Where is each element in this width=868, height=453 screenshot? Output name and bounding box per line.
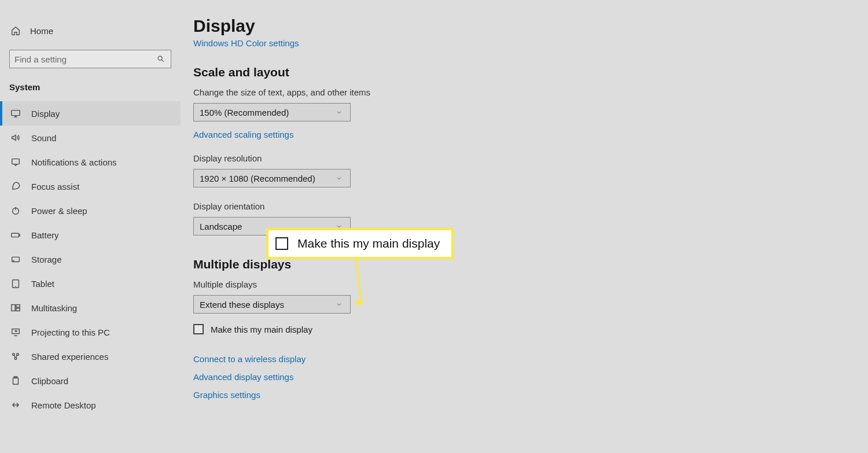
sidebar-item-clipboard[interactable]: Clipboard xyxy=(0,369,181,393)
main-display-checkbox-row[interactable]: Make this my main display xyxy=(193,324,868,334)
sidebar-item-label: Remote Desktop xyxy=(31,400,96,410)
sidebar-item-label: Power & sleep xyxy=(31,206,87,216)
scale-label: Change the size of text, apps, and other… xyxy=(193,87,868,97)
sidebar-item-display[interactable]: Display xyxy=(0,101,181,126)
storage-icon xyxy=(10,254,21,264)
svg-rect-1 xyxy=(12,111,20,116)
sound-icon xyxy=(10,132,21,143)
multitasking-icon xyxy=(10,303,21,313)
remote-icon xyxy=(10,400,21,410)
resolution-dropdown[interactable]: 1920 × 1080 (Recommended) xyxy=(193,169,351,187)
scale-dropdown[interactable]: 150% (Recommended) xyxy=(193,103,351,121)
category-label: System xyxy=(0,79,181,101)
svg-point-6 xyxy=(13,260,14,261)
sidebar-item-multitasking[interactable]: Multitasking xyxy=(0,296,181,320)
callout-highlight: Make this my main display xyxy=(266,228,454,259)
main-content: Display Windows HD Color settings Scale … xyxy=(181,0,868,453)
page-title: Display xyxy=(193,16,868,36)
advanced-display-link[interactable]: Advanced display settings xyxy=(193,372,868,382)
sidebar-item-storage[interactable]: Storage xyxy=(0,247,181,271)
clipboard-icon xyxy=(10,375,21,386)
connect-wireless-link[interactable]: Connect to a wireless display xyxy=(193,354,868,364)
svg-rect-9 xyxy=(16,305,20,308)
scale-value: 150% (Recommended) xyxy=(200,108,289,117)
resolution-label: Display resolution xyxy=(193,153,868,163)
chevron-down-icon xyxy=(334,299,344,310)
callout-pointer-dot xyxy=(355,300,361,305)
focus-assist-icon xyxy=(10,181,21,191)
sidebar-item-label: Notifications & actions xyxy=(31,157,117,167)
power-icon xyxy=(10,205,21,216)
orientation-value: Landscape xyxy=(200,222,242,231)
home-button[interactable]: Home xyxy=(0,20,181,42)
sidebar-item-label: Storage xyxy=(31,255,62,264)
sidebar-item-shared-experiences[interactable]: Shared experiences xyxy=(0,344,181,369)
battery-icon xyxy=(10,230,21,240)
graphics-settings-link[interactable]: Graphics settings xyxy=(193,390,868,400)
search-placeholder: Find a setting xyxy=(14,54,67,64)
home-label: Home xyxy=(30,26,53,36)
sidebar-item-notifications-actions[interactable]: Notifications & actions xyxy=(0,150,181,174)
chevron-down-icon xyxy=(334,107,344,117)
sidebar-item-label: Shared experiences xyxy=(31,352,108,362)
multiple-displays-value: Extend these displays xyxy=(200,300,284,310)
svg-rect-15 xyxy=(13,378,19,385)
sidebar-item-label: Clipboard xyxy=(31,376,68,386)
shared-icon xyxy=(10,351,21,362)
sidebar-item-remote-desktop[interactable]: Remote Desktop xyxy=(0,393,181,417)
multiple-displays-label: Multiple displays xyxy=(193,279,868,289)
svg-rect-8 xyxy=(12,305,15,311)
projecting-icon xyxy=(10,327,21,337)
home-icon xyxy=(10,25,21,36)
multiple-displays-section: Multiple displays xyxy=(193,257,868,271)
sidebar-item-sound[interactable]: Sound xyxy=(0,126,181,150)
scale-section-title: Scale and layout xyxy=(193,65,868,79)
advanced-scaling-link[interactable]: Advanced scaling settings xyxy=(193,130,868,139)
resolution-value: 1920 × 1080 (Recommended) xyxy=(200,174,315,183)
search-icon xyxy=(156,54,166,64)
orientation-label: Display orientation xyxy=(193,201,868,211)
svg-point-14 xyxy=(14,358,17,360)
tablet-icon xyxy=(10,278,21,289)
svg-rect-2 xyxy=(12,159,20,164)
notifications-icon xyxy=(10,157,21,167)
hd-color-link[interactable]: Windows HD Color settings xyxy=(193,38,868,48)
svg-rect-10 xyxy=(16,308,20,311)
sidebar-item-label: Display xyxy=(31,109,60,119)
sidebar-item-label: Tablet xyxy=(31,279,54,289)
sidebar-item-tablet[interactable]: Tablet xyxy=(0,271,181,296)
settings-sidebar: Home Find a setting System DisplaySoundN… xyxy=(0,0,181,453)
sidebar-item-focus-assist[interactable]: Focus assist xyxy=(0,174,181,198)
sidebar-item-label: Projecting to this PC xyxy=(31,327,110,337)
sidebar-item-power-sleep[interactable]: Power & sleep xyxy=(0,198,181,223)
chevron-down-icon xyxy=(334,173,344,183)
checkbox-icon xyxy=(193,324,204,334)
search-input[interactable]: Find a setting xyxy=(9,50,171,68)
callout-label: Make this my main display xyxy=(297,237,440,251)
multiple-displays-dropdown[interactable]: Extend these displays xyxy=(193,295,351,314)
sidebar-item-label: Multitasking xyxy=(31,303,77,313)
checkbox-icon xyxy=(275,237,288,250)
sidebar-item-label: Sound xyxy=(31,133,56,143)
svg-rect-4 xyxy=(12,233,19,237)
sidebar-item-label: Battery xyxy=(31,230,59,240)
sidebar-item-projecting-to-this-pc[interactable]: Projecting to this PC xyxy=(0,320,181,344)
sidebar-item-label: Focus assist xyxy=(31,182,79,191)
svg-point-0 xyxy=(158,56,162,60)
main-display-checkbox-label: Make this my main display xyxy=(211,325,312,334)
display-icon xyxy=(10,108,21,119)
sidebar-item-battery[interactable]: Battery xyxy=(0,223,181,247)
